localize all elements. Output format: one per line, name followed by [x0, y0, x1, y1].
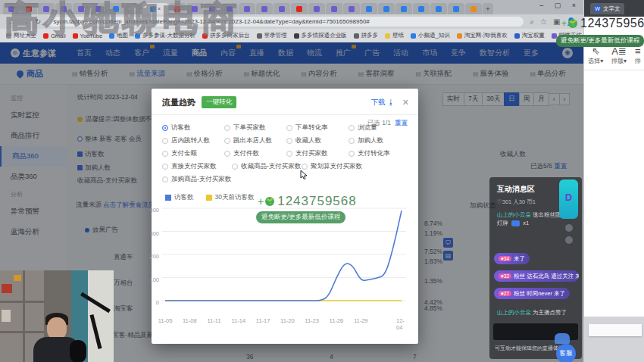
metric-radio-支付买家数[interactable]: 支付买家数 [286, 149, 349, 158]
window-controls[interactable]: – ▢ × [539, 2, 580, 9]
metric-radio-直接支付买家数[interactable]: 直接支付买家数 [162, 162, 232, 171]
word-tool-排[interactable]: ≡排 [635, 45, 641, 65]
word-page-edge [589, 324, 642, 336]
word-toolbar: ⇖选择▾A≣排版▾≡排 [584, 45, 644, 70]
one-key-convert-badge[interactable]: 一键转化 [202, 96, 236, 108]
bookmark-item[interactable]: 拼多多 [354, 32, 379, 39]
customer-service-button[interactable]: 客服 [556, 344, 576, 362]
metric-radio-下单转化率[interactable]: 下单转化率 [286, 123, 349, 133]
metric-radio-下单买家数[interactable]: 下单买家数 [224, 123, 286, 133]
radio-icon [162, 164, 168, 170]
browser-tab[interactable] [326, 3, 342, 14]
x-axis-label: 11-29 [354, 317, 368, 324]
browser-tab[interactable] [448, 3, 464, 14]
browser-tab[interactable] [465, 3, 482, 14]
radio-icon [162, 176, 168, 183]
bookmark-item[interactable]: 淘宝权重 [514, 32, 545, 39]
browser-tab[interactable] [274, 3, 290, 14]
y-axis-label: 400 [149, 207, 159, 214]
new-tab-button[interactable]: + [483, 3, 493, 14]
browser-tab[interactable] [291, 3, 308, 14]
y-axis-label: 200 [149, 253, 159, 260]
bookmark-favicon [514, 33, 520, 39]
bookmark-favicon [257, 33, 262, 39]
bookmark-item[interactable]: 小鹅通_知识 [411, 32, 450, 39]
modal-reset-link[interactable]: 重置 [395, 119, 408, 126]
browser-tab[interactable] [343, 3, 360, 14]
panel-icon[interactable] [565, 224, 573, 232]
extensions-icon[interactable]: ▣ [553, 17, 560, 26]
level-badge: ♥32 [499, 273, 511, 279]
level-badge: ♥34 [499, 256, 511, 261]
search-icon[interactable]: ⌕ [530, 17, 534, 27]
like-message: 山上的小云朵 为主播点赞了 [497, 309, 567, 317]
browser-tab[interactable] [361, 3, 377, 14]
bookmark-favicon [411, 33, 416, 39]
radio-icon [162, 138, 168, 144]
sprout-icon: 🌱 [265, 197, 274, 206]
browser-tab[interactable] [413, 3, 430, 14]
bookmark-item[interactable]: 壁纸 [385, 32, 404, 39]
metric-radio-收藏人数[interactable]: 收藏人数 [286, 136, 349, 145]
selected-info: 已选 1/1重置 [367, 119, 408, 128]
browser-tab[interactable] [308, 3, 325, 14]
browser-tab[interactable] [378, 3, 395, 14]
x-axis-label: 11-17 [256, 317, 270, 324]
word-tool-排版▾[interactable]: A≣排版▾ [611, 45, 627, 65]
word-tab[interactable]: W 文字文 [590, 3, 624, 14]
metric-radio-收藏商品-支付买家数[interactable]: 收藏商品-支付买家数 [232, 162, 302, 171]
y-axis-label: 300 [149, 229, 159, 236]
metric-radio-加购人数[interactable]: 加购人数 [349, 136, 411, 145]
close-icon[interactable]: ✕ [402, 98, 409, 108]
word-tool-选择▾[interactable]: ⇖选择▾ [588, 45, 603, 65]
entry-pill: ♥27粉丝 时间never 来了 [494, 288, 570, 299]
panel-icon[interactable] [565, 236, 573, 244]
browser-tab[interactable] [395, 3, 412, 14]
stream-banner[interactable]: D [559, 179, 578, 219]
word-icon: W [594, 5, 601, 12]
radio-icon [162, 151, 168, 157]
radio-icon [162, 125, 168, 131]
tab-favicon [331, 6, 337, 12]
tool-icon: ⇖ [588, 45, 603, 57]
radio-icon [286, 125, 292, 131]
bookmark-item[interactable]: 淘宝网-淘!我喜欢 [457, 32, 508, 39]
radio-icon [224, 151, 230, 157]
bookmark-item[interactable]: 登录管理 [257, 32, 287, 39]
metric-radio-加购商品-支付买家数[interactable]: 加购商品-支付买家数 [162, 175, 232, 184]
x-axis-label: 11-26 [330, 317, 344, 324]
tab-favicon [296, 6, 302, 12]
browser-tab[interactable] [239, 3, 255, 14]
webcam-overlay [0, 270, 114, 362]
metric-radio-跳出本店人数[interactable]: 跳出本店人数 [224, 136, 286, 145]
radio-icon [224, 138, 230, 144]
word-window: W 文字文 ⇖选择▾A≣排版▾≡排 [583, 0, 644, 362]
radio-icon [349, 151, 355, 157]
metric-radio-聚划算支付买家数[interactable]: 聚划算支付买家数 [302, 162, 371, 171]
y-axis-label: 0 [156, 299, 159, 306]
tool-icon: A≣ [611, 45, 627, 57]
microphone [70, 340, 86, 362]
bookmark-favicon [385, 33, 390, 39]
tab-favicon [418, 6, 424, 12]
metric-radio-店内跳转人数[interactable]: 店内跳转人数 [162, 136, 224, 145]
metric-radio-支付金额[interactable]: 支付金额 [162, 149, 224, 158]
level-badge: ♥27 [499, 291, 511, 296]
y-axis-label: 100 [149, 276, 159, 282]
tab-favicon [349, 6, 355, 12]
gift-bubble-icon [511, 220, 520, 226]
bookmark-star-icon[interactable]: ☆ [540, 17, 547, 26]
metric-radio-支付件数[interactable]: 支付件数 [224, 149, 286, 158]
contact-id-overlay-top: + 🌱 1243759568 [561, 17, 644, 30]
download-link[interactable]: 下载 ⭳ [371, 98, 395, 108]
stream-watermark: 高小驰聊电商 [5, 0, 241, 42]
browser-tab[interactable] [256, 3, 273, 14]
chat-bubble-icon[interactable] [555, 333, 570, 344]
radio-icon [349, 138, 355, 144]
bookmark-item[interactable]: 多多情报通企业版 [294, 32, 347, 39]
browser-tab[interactable] [430, 3, 447, 14]
metric-radio-访客数[interactable]: 访客数 [162, 123, 224, 133]
radio-icon [224, 125, 230, 131]
bookmark-favicon [354, 33, 359, 39]
metric-radio-支付转化率[interactable]: 支付转化率 [349, 149, 411, 158]
